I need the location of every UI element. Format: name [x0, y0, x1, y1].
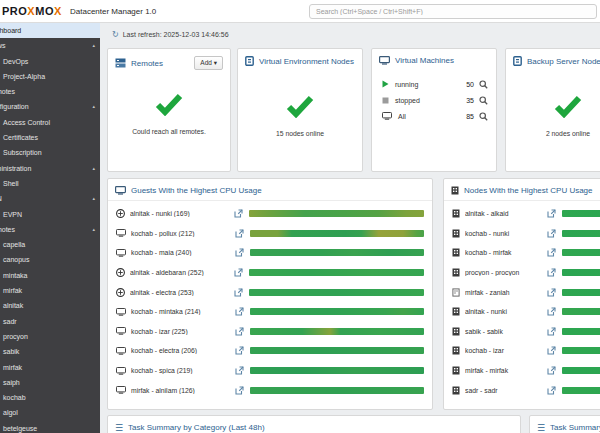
cpu-usage-row: procyon - procyon — [452, 263, 600, 283]
sidebar-item-administration[interactable]: Administration▴ — [0, 161, 100, 176]
cpu-usage-bar — [562, 308, 600, 315]
external-link-icon[interactable] — [547, 248, 556, 257]
vm-status-row: running50 — [382, 76, 488, 92]
vm-status-label: stopped — [395, 97, 420, 104]
sidebar-item-mirfak[interactable]: mirfak — [0, 360, 100, 375]
sidebar-item-certificates[interactable]: Certificates — [0, 130, 100, 145]
virtual-machines-card: Virtual Machines running50stopped35All85 — [371, 48, 497, 172]
external-link-icon[interactable] — [547, 209, 556, 218]
external-link-icon[interactable] — [547, 268, 556, 277]
task-summary-category-title: Task Summary by Category (Last 48h) — [128, 423, 265, 432]
sidebar-item-label: capella — [3, 241, 25, 248]
app-title: Datacenter Manager 1.0 — [70, 7, 156, 16]
node-icon — [452, 229, 460, 238]
sidebar-item-label: kochab — [3, 394, 26, 401]
cpu-usage-bar — [249, 210, 424, 217]
vm-row-icon — [116, 386, 126, 394]
node-icon — [452, 366, 460, 375]
sidebar-item-canopus[interactable]: canopus — [0, 252, 100, 267]
sidebar-item-views[interactable]: Views▴ — [0, 38, 100, 53]
sidebar-item-saiph[interactable]: saiph — [0, 375, 100, 390]
list-icon: ☰ — [537, 424, 545, 432]
sidebar-item-label: Certificates — [3, 134, 38, 141]
sidebar-item-shell[interactable]: Shell — [0, 176, 100, 191]
external-link-icon[interactable] — [547, 386, 556, 395]
external-link-icon[interactable] — [235, 248, 244, 257]
sidebar-item-sabik[interactable]: sabik — [0, 344, 100, 359]
external-link-icon[interactable] — [547, 288, 556, 297]
sidebar-item-configuration[interactable]: Configuration▴ — [0, 99, 100, 114]
collapse-arrow-icon[interactable]: ▴ — [92, 38, 95, 53]
cpu-usage-bar — [250, 328, 424, 335]
search-input[interactable] — [309, 4, 597, 19]
sidebar-item-devops[interactable]: DevOps — [0, 54, 100, 69]
external-link-icon[interactable] — [234, 288, 243, 297]
sidebar-item-capella[interactable]: capella — [0, 237, 100, 252]
sidebar-item-evpn[interactable]: EVPN — [0, 207, 100, 222]
cpu-usage-row: kochab - maia (240) — [116, 243, 424, 263]
cpu-row-label: alnitak - nunki — [465, 308, 545, 315]
magnifier-icon[interactable] — [479, 112, 488, 121]
external-link-icon[interactable] — [547, 327, 556, 336]
magnifier-icon[interactable] — [479, 96, 488, 105]
external-link-icon[interactable] — [235, 307, 244, 316]
cpu-usage-bar — [562, 367, 600, 374]
sidebar-item-label: sabik — [3, 348, 19, 355]
external-link-icon[interactable] — [235, 366, 244, 375]
external-link-icon[interactable] — [547, 366, 556, 375]
sidebar-item-sdn[interactable]: SDN▴ — [0, 191, 100, 206]
ct-icon — [116, 288, 125, 297]
magnifier-icon[interactable] — [479, 80, 488, 89]
cpu-row-label: alnitak - alkaid — [465, 210, 545, 217]
collapse-arrow-icon[interactable]: ▴ — [92, 222, 95, 237]
sidebar-item-sadr[interactable]: sadr — [0, 314, 100, 329]
cpu-row-label: mirfak - alnilam (126) — [131, 387, 233, 394]
sidebar-item-algol[interactable]: algol — [0, 405, 100, 420]
add-remote-button[interactable]: Add ▾ — [194, 56, 223, 70]
sidebar-item-label: Configuration — [0, 103, 29, 110]
external-link-icon[interactable] — [547, 229, 556, 238]
sidebar-item-betelgeuse[interactable]: betelgeuse — [0, 421, 100, 433]
sidebar-item-project-alpha[interactable]: Project-Alpha — [0, 69, 100, 84]
external-link-icon[interactable] — [235, 386, 244, 395]
sidebar-item-access-control[interactable]: Access Control — [0, 115, 100, 130]
sidebar-item-remotes[interactable]: Remotes▴ — [0, 222, 100, 237]
cpu-usage-row: kochab - electra (206) — [116, 341, 424, 361]
cpu-usage-row: kochab - nunki — [452, 224, 600, 244]
external-link-icon[interactable] — [547, 307, 556, 316]
sidebar-item-mirfak[interactable]: mirfak — [0, 283, 100, 298]
pbs-nodes-card: Backup Server Nodes 2 nodes online — [505, 48, 600, 172]
external-link-icon[interactable] — [234, 268, 243, 277]
pbs-nodes-status-text: 2 nodes online — [506, 130, 600, 137]
sidebar-item-procyon[interactable]: procyon — [0, 329, 100, 344]
sidebar-item-kochab[interactable]: kochab — [0, 390, 100, 405]
cpu-usage-bar — [562, 230, 600, 237]
sidebar-item-dashboard[interactable]: Dashboard — [0, 23, 100, 38]
sidebar-item-label: saiph — [3, 379, 20, 386]
sidebar-item-label: Dashboard — [0, 27, 21, 34]
sidebar-item-mintaka[interactable]: mintaka — [0, 268, 100, 283]
sidebar-item-label: Shell — [3, 180, 19, 187]
vm-status-count: 85 — [466, 113, 474, 120]
cpu-usage-bar — [562, 328, 600, 335]
collapse-arrow-icon[interactable]: ▴ — [92, 161, 95, 176]
sidebar-item-alnitak[interactable]: alnitak — [0, 298, 100, 313]
external-link-icon[interactable] — [235, 229, 244, 238]
sidebar-item-remotes[interactable]: Remotes — [0, 84, 100, 99]
collapse-arrow-icon[interactable]: ▴ — [92, 191, 95, 206]
remotes-status-text: Could reach all remotes. — [108, 128, 230, 135]
cpu-row-label: kochab - electra (206) — [131, 347, 233, 354]
refresh-icon[interactable]: ↻ — [112, 30, 119, 39]
check-icon — [285, 95, 315, 118]
cpu-usage-bar — [562, 289, 600, 296]
external-link-icon[interactable] — [234, 209, 243, 218]
external-link-icon[interactable] — [235, 346, 244, 355]
cpu-usage-row: mirfak - zaniah — [452, 282, 600, 302]
last-refresh-row: ↻Last refresh: 2025-12-03 14:46:56 — [112, 30, 229, 39]
sidebar-item-label: DevOps — [3, 58, 28, 65]
external-link-icon[interactable] — [235, 327, 244, 336]
collapse-arrow-icon[interactable]: ▴ — [92, 99, 95, 114]
sidebar-item-subscription[interactable]: Subscription — [0, 145, 100, 160]
cpu-usage-bar — [562, 347, 600, 354]
external-link-icon[interactable] — [547, 346, 556, 355]
